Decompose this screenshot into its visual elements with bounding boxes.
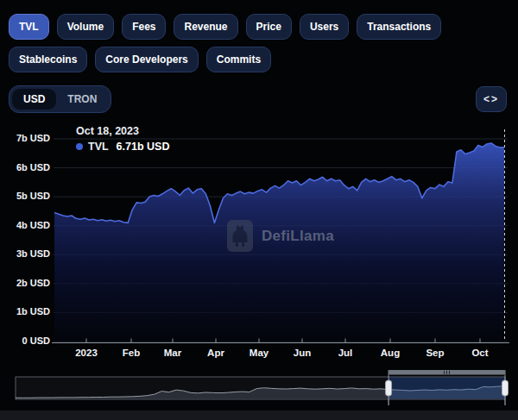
tab-price[interactable]: Price <box>246 14 292 40</box>
bottom-strip <box>0 411 518 420</box>
tab-fees[interactable]: Fees <box>122 14 166 40</box>
y-axis-label: 3b USD <box>0 248 50 259</box>
brush-selection[interactable] <box>388 378 505 399</box>
chart-tooltip: Oct 18, 2023 TVL 6.71b USD <box>76 125 169 153</box>
defillama-protocol-page: { "tabs_row1": [ {"label": "TVL", "activ… <box>0 0 518 420</box>
currency-toggle: USD TRON <box>9 85 111 113</box>
metric-tabs-row-1: TVL Volume Fees Revenue Price Users Tran… <box>9 14 441 40</box>
tab-core-developers[interactable]: Core Developers <box>95 47 198 72</box>
tab-volume[interactable]: Volume <box>57 14 114 40</box>
x-axis-label: 2023 <box>67 348 105 358</box>
tab-stablecoins[interactable]: Stablecoins <box>9 47 87 72</box>
y-axis-label: 7b USD <box>0 133 50 143</box>
y-axis-label: 2b USD <box>0 278 50 288</box>
tab-commits[interactable]: Commits <box>206 47 271 72</box>
x-axis-label: Feb <box>112 348 150 358</box>
tab-tvl[interactable]: TVL <box>9 14 49 40</box>
brush-handle-right[interactable] <box>502 380 509 396</box>
currency-option-tron[interactable]: TRON <box>56 89 108 110</box>
defillama-watermark: DefiLlama <box>227 220 334 252</box>
tab-transactions[interactable]: Transactions <box>357 14 441 40</box>
x-axis-label: Aug <box>371 348 409 358</box>
y-axis-label: 6b USD <box>0 162 50 172</box>
x-axis-label: Mar <box>154 348 192 358</box>
embed-chart-button[interactable]: <> <box>476 86 507 112</box>
y-axis-label: 0 USD <box>0 335 50 346</box>
x-axis-label: Sep <box>416 348 454 358</box>
tab-users[interactable]: Users <box>300 14 349 40</box>
series-dot-icon <box>76 143 83 150</box>
x-axis-label: Jul <box>326 348 364 358</box>
llama-logo-icon <box>227 220 253 252</box>
currency-option-usd[interactable]: USD <box>12 89 56 110</box>
tooltip-value: 6.71b USD <box>117 141 170 153</box>
y-axis-label: 1b USD <box>0 306 50 317</box>
tooltip-date: Oct 18, 2023 <box>76 125 169 137</box>
x-axis-label: Oct <box>461 348 499 358</box>
metric-tabs-row-2: Stablecoins Core Developers Commits <box>9 47 271 72</box>
x-axis-label: Jun <box>283 348 321 358</box>
tab-revenue[interactable]: Revenue <box>174 14 237 40</box>
brush-handle-left[interactable] <box>386 380 392 396</box>
tooltip-series-label: TVL <box>88 141 109 153</box>
x-axis-label: May <box>240 348 278 358</box>
code-embed-icon: <> <box>483 93 499 105</box>
y-axis-label: 4b USD <box>0 220 50 230</box>
y-axis-label: 5b USD <box>0 191 50 201</box>
watermark-text: DefiLlama <box>262 228 334 245</box>
x-axis-label: Apr <box>197 348 235 358</box>
brush-minimap[interactable] <box>16 370 509 405</box>
